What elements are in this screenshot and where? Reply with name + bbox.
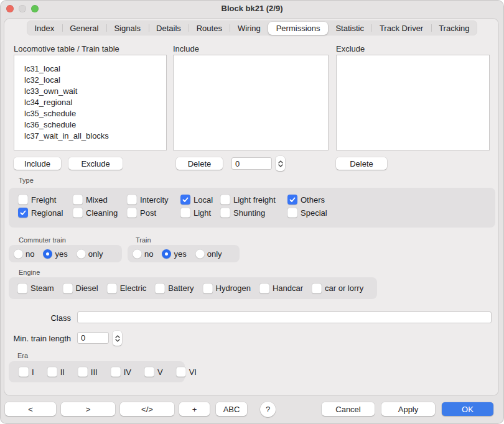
tab-details[interactable]: Details <box>149 21 189 35</box>
checkbox-iii[interactable]: III <box>78 367 98 377</box>
checkbox-box <box>220 195 230 205</box>
list-item-lc34-regional[interactable]: lc34_regional <box>24 97 166 108</box>
checkbox-box <box>18 208 28 218</box>
checkbox-light-freight[interactable]: Light freight <box>220 195 287 205</box>
checkbox-battery[interactable]: Battery <box>155 283 194 293</box>
checkbox-local[interactable]: Local <box>180 195 220 205</box>
abc-button[interactable]: ABC <box>216 402 247 416</box>
list-item-lc31-local[interactable]: lc31_local <box>24 63 166 75</box>
checkbox-label: Mixed <box>86 195 108 205</box>
locomotive-list[interactable]: lc31_locallc32_locallc33_own_waitlc34_re… <box>14 55 167 150</box>
checkbox-label: Freight <box>31 195 56 205</box>
check-icon <box>20 210 26 216</box>
checkbox-shunting[interactable]: Shunting <box>220 208 287 218</box>
checkbox-intercity[interactable]: Intercity <box>127 195 180 205</box>
apply-button[interactable]: Apply <box>381 402 435 416</box>
tab-general[interactable]: General <box>62 21 106 35</box>
checkbox-v[interactable]: V <box>144 367 163 377</box>
checkbox-special[interactable]: Special <box>287 208 495 218</box>
radio-circle <box>133 249 142 259</box>
include-spinner-input[interactable] <box>231 157 272 170</box>
exclude-button[interactable]: Exclude <box>68 157 123 170</box>
checkbox-car-or-lorry[interactable]: car or lorry <box>312 283 363 293</box>
checkbox-box <box>287 208 297 218</box>
list-item-lc37-wait-in-all-blocks[interactable]: lc37_wait_in_all_blocks <box>24 131 166 142</box>
dialog-window: Block bk21 (2/9) Locomotive table / Trai… <box>0 0 504 424</box>
include-button[interactable]: Include <box>14 157 61 170</box>
include-stepper[interactable] <box>276 156 285 171</box>
checkbox-vi[interactable]: VI <box>176 367 197 377</box>
checkbox-box <box>18 195 28 205</box>
checkbox-steam[interactable]: Steam <box>17 283 54 293</box>
checkbox-hydrogen[interactable]: Hydrogen <box>203 283 251 293</box>
train-groupbox: noyesonly <box>128 245 240 262</box>
chevron-down-icon <box>278 164 283 167</box>
train-radio-no[interactable]: no <box>133 249 153 259</box>
plus-button[interactable]: + <box>179 402 210 416</box>
checkbox-label: Light freight <box>233 195 276 205</box>
checkbox-label: Others <box>301 195 325 205</box>
commuter-train-radio-no[interactable]: no <box>14 249 34 259</box>
checkbox-box <box>312 283 322 293</box>
locomotive-column: Locomotive table / Train table lc31_loca… <box>14 44 167 171</box>
tab-tracking[interactable]: Tracking <box>431 21 477 35</box>
checkbox-mixed[interactable]: Mixed <box>73 195 127 205</box>
tab-signals[interactable]: Signals <box>106 21 149 35</box>
tab-permissions[interactable]: Permissions <box>268 22 328 35</box>
train-label: Train <box>136 236 151 244</box>
checkbox-post[interactable]: Post <box>127 208 180 218</box>
help-button[interactable]: ? <box>260 402 276 417</box>
checkbox-label: Light <box>194 208 211 218</box>
checkbox-freight[interactable]: Freight <box>18 195 73 205</box>
tab-track-driver[interactable]: Track Driver <box>371 21 431 35</box>
train-radio-only[interactable]: only <box>195 249 222 259</box>
train-radio-yes[interactable]: yes <box>162 249 186 259</box>
list-item-lc35-schedule[interactable]: lc35_schedule <box>24 108 166 119</box>
cancel-button[interactable]: Cancel <box>322 402 375 416</box>
list-item-lc32-local[interactable]: lc32_local <box>24 75 166 86</box>
tab-statistic[interactable]: Statistic <box>328 21 371 35</box>
radio-circle <box>195 249 205 259</box>
tab-index[interactable]: Index <box>27 21 62 35</box>
radio-circle <box>43 249 52 259</box>
checkbox-cleaning[interactable]: Cleaning <box>73 208 127 218</box>
include-list[interactable] <box>173 55 329 150</box>
checkbox-label: II <box>60 367 65 377</box>
checkbox-ii[interactable]: II <box>47 367 65 377</box>
class-input[interactable] <box>77 311 492 323</box>
checkbox-box <box>203 283 213 293</box>
exclude-delete-button[interactable]: Delete <box>336 157 387 170</box>
list-item-lc36-schedule[interactable]: lc36_schedule <box>24 119 166 131</box>
checkbox-box <box>111 367 121 377</box>
min-train-length-stepper[interactable] <box>113 331 122 346</box>
code-button[interactable]: </> <box>120 402 174 416</box>
checkbox-others[interactable]: Others <box>287 195 495 205</box>
exclude-buttons-row: Delete <box>336 157 490 171</box>
checkbox-electric[interactable]: Electric <box>107 283 147 293</box>
checkbox-label: Hydrogen <box>216 283 251 293</box>
checkbox-iv[interactable]: IV <box>111 367 131 377</box>
checkbox-box <box>180 208 190 218</box>
checkbox-diesel[interactable]: Diesel <box>63 283 98 293</box>
ok-button[interactable]: OK <box>442 402 493 416</box>
tab-routes[interactable]: Routes <box>189 21 230 35</box>
exclude-list[interactable] <box>336 55 490 150</box>
commuter-train-radio-yes[interactable]: yes <box>43 249 67 259</box>
chevron-up-icon <box>115 335 120 338</box>
checkbox-i[interactable]: I <box>19 367 34 377</box>
min-train-length-input[interactable] <box>77 332 109 344</box>
prev-button[interactable]: < <box>5 402 56 416</box>
checkbox-light[interactable]: Light <box>180 208 220 218</box>
commuter-train-groupbox: noyesonly <box>9 245 122 262</box>
checkbox-label: Steam <box>30 283 54 293</box>
next-button[interactable]: > <box>61 402 115 416</box>
checkbox-box <box>47 367 57 377</box>
checkbox-regional[interactable]: Regional <box>18 208 73 218</box>
list-item-lc33-own-wait[interactable]: lc33_own_wait <box>24 86 166 97</box>
include-delete-button[interactable]: Delete <box>176 157 223 170</box>
radio-label: no <box>26 249 34 259</box>
commuter-train-radio-only[interactable]: only <box>77 249 103 259</box>
checkbox-box <box>78 367 88 377</box>
tab-wiring[interactable]: Wiring <box>230 21 268 35</box>
checkbox-handcar[interactable]: Handcar <box>259 283 303 293</box>
